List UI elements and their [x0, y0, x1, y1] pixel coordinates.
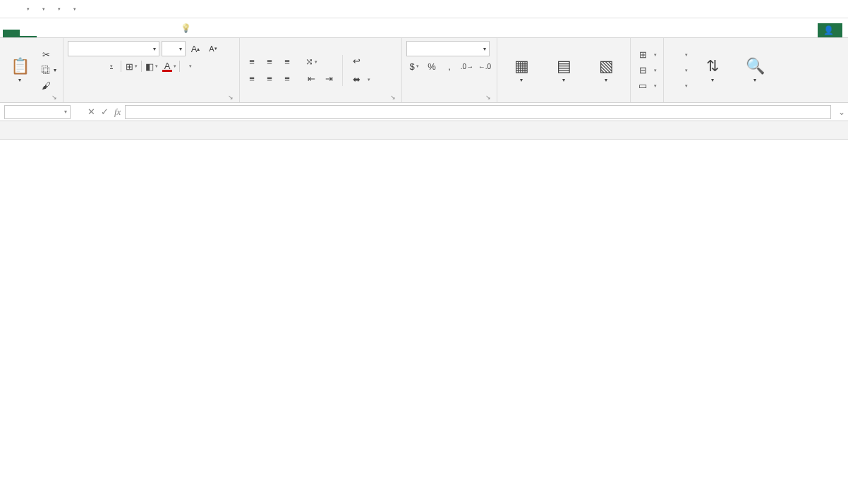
- group-font: ▾ ▾ A▴ A▾ ⊞ ◧ A ↘: [63, 38, 240, 102]
- cond-format-icon: ▦: [514, 57, 529, 75]
- italic-button[interactable]: [85, 59, 101, 73]
- tab-powerpivot[interactable]: [155, 30, 172, 37]
- delete-icon: ⊟: [637, 65, 648, 75]
- styles-label: [502, 99, 626, 101]
- group-cells: ⊞ ⊟ ▭: [631, 38, 664, 102]
- qat-customize-button[interactable]: [68, 3, 80, 16]
- enter-edit-button[interactable]: ✓: [101, 106, 109, 117]
- touch-mode-button[interactable]: [52, 3, 65, 16]
- group-styles: ▦▾ ▤▾ ▧▾: [497, 38, 631, 102]
- clear-button[interactable]: [668, 79, 690, 93]
- copy-icon: ⿻: [40, 65, 52, 75]
- merge-center-button[interactable]: ⬌: [349, 73, 372, 87]
- sort-icon: ⇅: [706, 57, 719, 75]
- align-middle-button[interactable]: ≡: [262, 55, 277, 69]
- find-icon: 🔍: [746, 57, 765, 75]
- formula-bar-row: ▾ ✕ ✓ fx ⌄: [0, 103, 848, 121]
- paste-icon: 📋: [11, 57, 30, 75]
- font-color-button[interactable]: A: [162, 59, 177, 73]
- align-top-button[interactable]: ≡: [244, 55, 260, 69]
- table-icon: ▤: [557, 57, 571, 75]
- fill-color-button[interactable]: ◧: [144, 59, 159, 73]
- tab-review[interactable]: [104, 30, 121, 37]
- clipboard-dialog-launcher[interactable]: ↘: [52, 94, 57, 101]
- formula-bar[interactable]: [125, 105, 831, 119]
- editing-label: [668, 99, 775, 101]
- border-button[interactable]: ⊞: [123, 59, 139, 73]
- wrap-icon: ↩: [351, 56, 362, 66]
- orientation-button[interactable]: ⤭: [303, 55, 319, 69]
- tell-me-box[interactable]: [172, 20, 200, 37]
- cut-button[interactable]: ✂: [38, 48, 59, 62]
- align-center-button[interactable]: ≡: [262, 72, 277, 86]
- redo-button[interactable]: [37, 3, 49, 16]
- ribbon: 📋 ▾ ✂ ⿻▾ 🖌 ↘ ▾ ▾ A▴ A▾: [0, 38, 848, 103]
- bold-button[interactable]: [68, 59, 83, 73]
- tab-developer[interactable]: [138, 30, 155, 37]
- cells-label: [635, 99, 659, 101]
- cell-styles-icon: ▧: [599, 57, 614, 75]
- decrease-font-button[interactable]: A▾: [205, 42, 221, 56]
- paste-button[interactable]: 📋 ▾: [4, 47, 35, 94]
- pinyin-button[interactable]: [182, 59, 198, 73]
- cut-icon: ✂: [40, 49, 52, 60]
- align-right-button[interactable]: ≡: [279, 72, 295, 86]
- decrease-decimal-button[interactable]: ←.0: [477, 59, 492, 73]
- ribbon-tabs: 👤: [0, 18, 848, 38]
- font-dialog-launcher[interactable]: ↘: [228, 94, 234, 101]
- increase-indent-button[interactable]: ⇥: [321, 72, 337, 86]
- fill-button[interactable]: [668, 63, 690, 78]
- comma-button[interactable]: ,: [442, 59, 457, 73]
- alignment-dialog-launcher[interactable]: ↘: [390, 94, 396, 101]
- copy-button[interactable]: ⿻▾: [38, 63, 59, 78]
- insert-icon: ⊞: [637, 49, 648, 60]
- format-as-table-button[interactable]: ▤▾: [544, 57, 583, 83]
- insert-cells-button[interactable]: ⊞: [635, 48, 659, 62]
- delete-cells-button[interactable]: ⊟: [635, 63, 659, 78]
- find-select-button[interactable]: 🔍▾: [735, 57, 775, 83]
- autosum-button[interactable]: [668, 48, 690, 62]
- insert-function-button[interactable]: fx: [114, 106, 121, 118]
- format-cells-button[interactable]: ▭: [635, 79, 659, 93]
- group-clipboard: 📋 ▾ ✂ ⿻▾ 🖌 ↘: [0, 38, 63, 102]
- tab-data[interactable]: [87, 30, 104, 37]
- title-bar: [0, 0, 848, 18]
- increase-font-button[interactable]: A▴: [188, 42, 203, 56]
- tab-layout[interactable]: [54, 30, 71, 37]
- format-painter-button[interactable]: 🖌: [38, 79, 59, 93]
- tab-home[interactable]: [20, 30, 37, 37]
- conditional-format-button[interactable]: ▦▾: [502, 57, 541, 83]
- align-bottom-button[interactable]: ≡: [279, 55, 295, 69]
- group-editing: ⇅▾ 🔍▾: [664, 38, 779, 102]
- group-number: ▾ $ % , .0→ ←.0 ↘: [402, 38, 497, 102]
- cancel-edit-button[interactable]: ✕: [87, 106, 95, 117]
- font-name-select[interactable]: ▾: [68, 41, 159, 56]
- align-left-button[interactable]: ≡: [244, 72, 260, 86]
- undo-button[interactable]: [21, 3, 34, 16]
- cell-styles-button[interactable]: ▧▾: [586, 57, 626, 83]
- tab-file[interactable]: [3, 30, 20, 37]
- name-box[interactable]: ▾: [4, 105, 71, 119]
- number-format-select[interactable]: ▾: [406, 41, 490, 56]
- increase-decimal-button[interactable]: .0→: [459, 59, 475, 73]
- share-button[interactable]: 👤: [818, 23, 842, 37]
- save-icon[interactable]: [6, 3, 18, 16]
- decrease-indent-button[interactable]: ⇤: [303, 72, 319, 86]
- font-size-select[interactable]: ▾: [162, 41, 186, 56]
- expand-formula-bar-button[interactable]: ⌄: [835, 107, 848, 117]
- number-dialog-launcher[interactable]: ↘: [485, 94, 491, 101]
- wrap-text-button[interactable]: ↩: [349, 54, 372, 68]
- merge-icon: ⬌: [351, 74, 362, 85]
- tab-view[interactable]: [121, 30, 138, 37]
- tab-formulas[interactable]: [71, 30, 87, 37]
- format-icon: ▭: [637, 80, 648, 91]
- bucket-icon: ◧: [145, 61, 154, 72]
- tab-insert[interactable]: [37, 30, 54, 37]
- group-alignment: ≡ ≡ ≡ ⤭ ≡ ≡ ≡ ⇤ ⇥ ↩ ⬌: [240, 38, 402, 102]
- quick-access-toolbar: [0, 3, 80, 16]
- accounting-format-button[interactable]: $: [406, 59, 422, 73]
- sort-filter-button[interactable]: ⇅▾: [693, 57, 732, 83]
- brush-icon: 🖌: [40, 80, 52, 91]
- underline-button[interactable]: [103, 59, 119, 73]
- percent-button[interactable]: %: [424, 59, 440, 73]
